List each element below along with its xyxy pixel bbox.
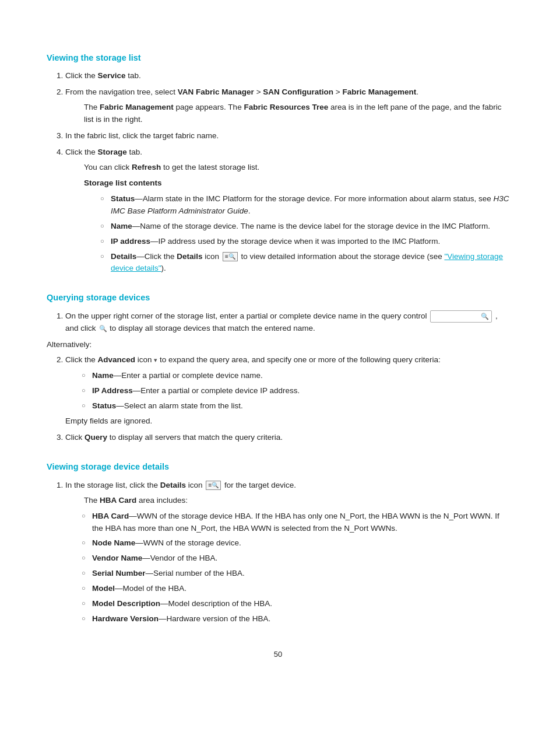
list-item: In the fabric list, click the target fab… — [65, 130, 509, 142]
list-item: IP Address—Enter a partial or complete d… — [82, 385, 509, 397]
list-item: Click Query to display all servers that … — [65, 432, 509, 444]
query-criteria-bullets: Name—Enter a partial or complete device … — [82, 370, 509, 412]
list-item: Model—Model of the HBA. — [82, 583, 509, 595]
list-item: Click the Advanced icon ▾ to expand the … — [65, 354, 509, 428]
search-control-inline[interactable]: 🔍 — [430, 310, 492, 323]
querying-storage-devices-steps-2: Click the Advanced icon ▾ to expand the … — [65, 354, 509, 444]
section-heading-viewing-storage-device-details: Viewing storage device details — [47, 460, 509, 473]
list-item: Name—Enter a partial or complete device … — [82, 370, 509, 382]
storage-list-contents-block: Storage list contents Status—Alarm state… — [84, 177, 509, 275]
list-item: Details—Click the Details icon ≡🔍 to vie… — [100, 251, 509, 275]
followup-text: You can click Refresh to get the latest … — [84, 162, 509, 174]
viewing-storage-device-details-steps: In the storage list, click the Details i… — [65, 480, 509, 625]
section-heading-viewing-storage-list: Viewing the storage list — [47, 51, 509, 64]
empty-fields-note: Empty fields are ignored. — [65, 415, 509, 428]
hba-card-bullets: HBA Card—WWN of the storage device HBA. … — [82, 510, 509, 625]
subheading-storage-list-contents: Storage list contents — [84, 177, 509, 190]
search-icon: 🔍 — [481, 312, 489, 321]
querying-storage-devices-steps: On the upper right corner of the storage… — [65, 310, 509, 335]
alternatively-label: Alternatively: — [47, 339, 509, 351]
list-item: Status—Alarm state in the IMC Platform f… — [100, 193, 509, 218]
list-item: IP address—IP address used by the storag… — [100, 236, 509, 248]
list-item: Name—Name of the storage device. The nam… — [100, 220, 509, 233]
advanced-icon: ▾ — [154, 355, 157, 365]
list-item: Serial Number—Serial number of the HBA. — [82, 568, 509, 580]
search-input[interactable] — [433, 312, 480, 320]
viewing-storage-list-steps: Click the Service tab. From the navigati… — [65, 70, 509, 275]
viewing-storage-device-details-link[interactable]: "Viewing storage device details" — [111, 252, 503, 273]
list-item: Node Name—WWN of the storage device. — [82, 537, 509, 550]
list-item: In the storage list, click the Details i… — [65, 480, 509, 625]
list-item: From the navigation tree, select VAN Fab… — [65, 86, 509, 126]
search-button-icon[interactable]: 🔍 — [99, 325, 107, 332]
followup-text: The Fabric Management page appears. The … — [84, 102, 509, 126]
storage-list-contents-bullets: Status—Alarm state in the IMC Platform f… — [100, 193, 509, 275]
hba-card-followup: The HBA Card area includes: — [84, 495, 509, 507]
list-item: Vendor Name—Vendor of the HBA. — [82, 552, 509, 565]
list-item: Model Description—Model description of t… — [82, 598, 509, 610]
list-item: Status—Select an alarm state from the li… — [82, 400, 509, 412]
list-item: Hardware Version—Hardware version of the… — [82, 613, 509, 625]
section-heading-querying-storage-devices: Querying storage devices — [47, 291, 509, 304]
list-item: Click the Service tab. — [65, 70, 509, 82]
list-item: HBA Card—WWN of the storage device HBA. … — [82, 510, 509, 535]
list-item: On the upper right corner of the storage… — [65, 310, 509, 335]
list-item: Click the Storage tab. You can click Ref… — [65, 146, 509, 275]
details-icon: ≡🔍 — [223, 252, 238, 261]
details-icon: ≡🔍 — [206, 481, 221, 490]
page-number: 50 — [47, 649, 509, 660]
